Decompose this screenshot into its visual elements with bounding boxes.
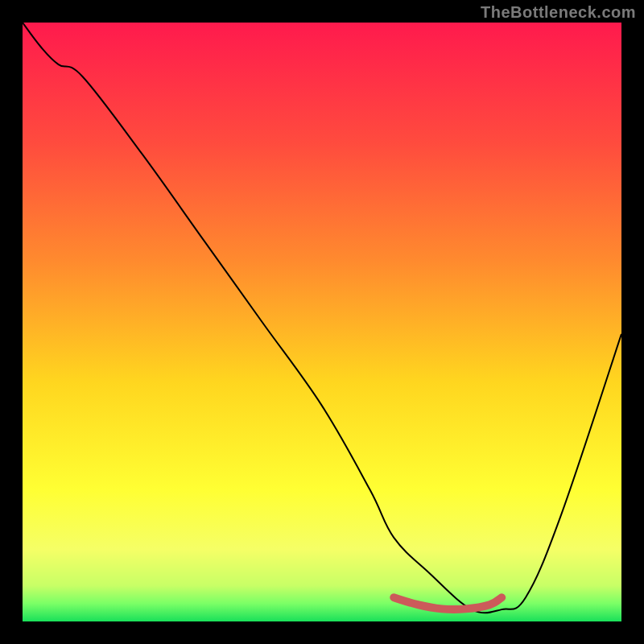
watermark-text: TheBottleneck.com	[481, 3, 636, 22]
plot-area	[23, 23, 621, 621]
chart-svg	[23, 23, 621, 621]
gradient-background	[23, 23, 621, 621]
chart-frame: TheBottleneck.com	[0, 0, 644, 644]
